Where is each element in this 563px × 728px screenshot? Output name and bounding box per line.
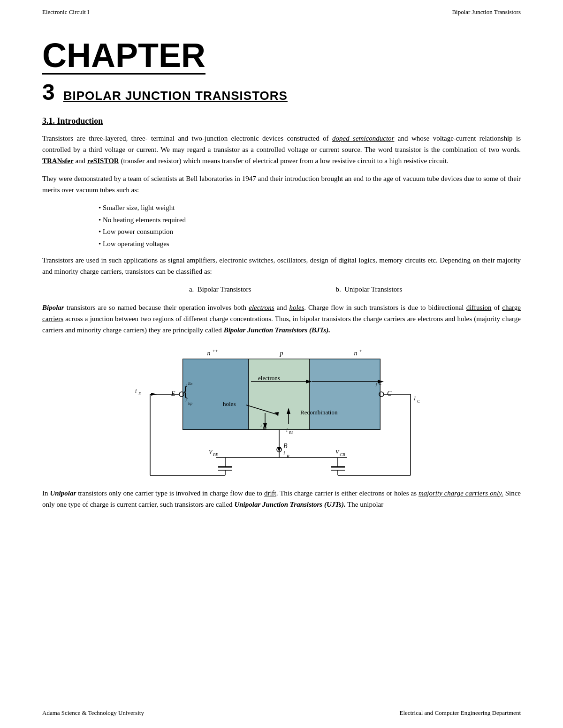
- transfer-text: TRANsfer: [42, 157, 74, 165]
- svg-text:p: p: [280, 350, 283, 357]
- svg-text:C: C: [417, 399, 420, 404]
- svg-text:Ep: Ep: [188, 401, 192, 405]
- svg-text:holes: holes: [223, 400, 236, 407]
- bullet-list: Smaller size, light weight No heating el…: [99, 202, 521, 250]
- bipolar-word: Bipolar: [42, 304, 64, 311]
- svg-text:n: n: [207, 350, 211, 357]
- svg-rect-6: [183, 359, 249, 429]
- holes-word: holes: [289, 304, 304, 311]
- majority-carriers-phrase: majority charge carriers only.: [418, 489, 503, 497]
- paragraph-5: In Unipolar transistors only one carrier…: [42, 488, 521, 510]
- section-31-title: 3.1. Introduction: [42, 116, 521, 126]
- bullet-1: Smaller size, light weight: [99, 202, 521, 214]
- svg-text:I: I: [413, 395, 416, 402]
- svg-text:E: E: [171, 390, 175, 397]
- svg-text:E: E: [138, 391, 141, 396]
- bjt-full-name: Bipolar Junction Transistors (BJTs).: [224, 326, 330, 334]
- resistor-text: reSISTOR: [87, 157, 119, 165]
- svg-text:electrons: electrons: [258, 375, 280, 382]
- ujt-name: Unipolar Junction Transistors (UJTs).: [234, 501, 345, 508]
- svg-text:i: i: [260, 422, 262, 428]
- bjt-svg: n ++ p n + E i E: [122, 345, 441, 476]
- svg-text:n: n: [354, 350, 358, 357]
- svg-text:+: +: [359, 348, 362, 353]
- chapter-subtitle-row: 3 BIPOLAR JUNCTION TRANSISTORS: [42, 79, 521, 105]
- chapter-number: 3: [42, 79, 55, 105]
- svg-text:{: {: [182, 383, 189, 400]
- svg-rect-8: [310, 359, 380, 429]
- svg-text:i: i: [286, 427, 288, 433]
- svg-text:B: B: [283, 443, 288, 450]
- page: Electronic Circuit I Bipolar Junction Tr…: [0, 0, 563, 728]
- paragraph-3: Transistors are used in such application…: [42, 255, 521, 277]
- chapter-subtitle: BIPOLAR JUNCTION TRANSISTORS: [63, 89, 288, 103]
- svg-text:Recombination: Recombination: [300, 409, 338, 416]
- doped-semiconductor-text: doped semiconductor: [332, 135, 394, 142]
- svg-rect-7: [249, 359, 310, 429]
- svg-text:C: C: [387, 390, 392, 397]
- svg-text:BE: BE: [213, 452, 218, 457]
- drift-word: drift: [264, 489, 276, 497]
- diffusion-word: diffusion: [466, 304, 492, 311]
- svg-text:i: i: [375, 382, 377, 389]
- bullet-4: Low operating voltages: [99, 238, 521, 250]
- unipolar-transistors-label: b. Unipolar Transistors: [335, 285, 402, 293]
- footer-left: Adama Science & Technology University: [42, 709, 144, 717]
- electrons-word: electrons: [249, 304, 274, 311]
- paragraph-4: Bipolar transistors are so named because…: [42, 302, 521, 336]
- paragraph-1: Transistors are three-layered, three- te…: [42, 133, 521, 166]
- svg-text:CB: CB: [340, 452, 345, 457]
- svg-text:V: V: [209, 449, 213, 455]
- transistor-classification: a. Bipolar Transistors b. Unipolar Trans…: [70, 285, 521, 293]
- header-right: Bipolar Junction Transistors: [452, 8, 521, 16]
- header-left: Electronic Circuit I: [42, 8, 89, 16]
- svg-text:V: V: [335, 449, 340, 455]
- svg-text:B2: B2: [289, 431, 293, 435]
- footer-right: Electrical and Computer Engineering Depa…: [400, 709, 521, 717]
- page-header: Electronic Circuit I Bipolar Junction Tr…: [42, 0, 521, 20]
- paragraph-2: They were demonstrated by a team of scie…: [42, 173, 521, 195]
- charge-carriers-phrase: charge carriers: [42, 304, 521, 323]
- bullet-3: Low power consumption: [99, 226, 521, 238]
- bullet-2: No heating elements required: [99, 214, 521, 226]
- svg-text:i: i: [283, 450, 285, 457]
- svg-text:i: i: [135, 388, 137, 394]
- unipolar-word: Unipolar: [50, 489, 76, 497]
- svg-marker-16: [151, 393, 157, 396]
- bjt-diagram: n ++ p n + E i E: [42, 345, 521, 476]
- chapter-title: CHAPTER: [42, 38, 205, 75]
- page-footer: Adama Science & Technology University El…: [42, 709, 521, 717]
- bipolar-transistors-label: a. Bipolar Transistors: [189, 285, 251, 293]
- svg-text:++: ++: [213, 348, 218, 353]
